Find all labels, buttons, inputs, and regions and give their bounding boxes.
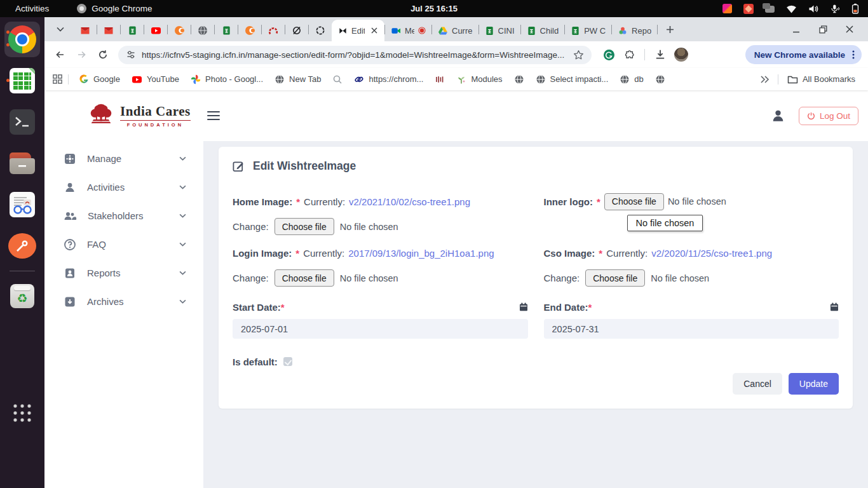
update-chrome-chip[interactable]: New Chrome available [745, 45, 862, 64]
dock-item-postman[interactable] [4, 228, 40, 264]
pinned-tab-orange-app[interactable] [168, 20, 191, 41]
sidebar-toggle-button[interactable] [207, 111, 220, 121]
dock-item-files[interactable] [4, 146, 40, 181]
pinned-tab-null-symbol[interactable] [285, 20, 308, 41]
dock-item-libreoffice-calc[interactable] [4, 63, 40, 98]
pinned-tab-sheets[interactable] [121, 20, 144, 41]
sidebar-item-manage[interactable]: Manage [44, 144, 203, 173]
currently-label: Currently: [303, 248, 344, 259]
new-tab-button[interactable] [661, 21, 678, 37]
pinned-tab-globe[interactable] [191, 20, 214, 41]
tab-close-button[interactable] [369, 25, 379, 36]
pinned-tab-orange-app[interactable] [238, 20, 261, 41]
bookmark-db[interactable]: db [614, 72, 648, 87]
login-image-choose-file-button[interactable]: Choose file [275, 269, 334, 287]
apps-grid-icon[interactable] [52, 74, 63, 85]
sidebar-item-reports[interactable]: Reports [44, 259, 203, 287]
cancel-button[interactable]: Cancel [733, 373, 782, 395]
close-window-button[interactable] [844, 24, 855, 35]
sidebar-item-archives[interactable]: Archives [44, 287, 203, 316]
chrome-mono-icon [77, 4, 86, 13]
clock[interactable]: Jul 25 16:15 [410, 4, 458, 13]
tab-search-button[interactable] [52, 21, 69, 37]
restore-button[interactable] [817, 24, 829, 35]
activities-button[interactable]: Activities [15, 4, 49, 13]
bookmark-google-photos[interactable]: Photo - Googl... [186, 72, 268, 87]
tab-drive[interactable]: Curre [432, 20, 478, 41]
show-applications-button[interactable] [13, 403, 32, 423]
minimize-button[interactable] [790, 24, 802, 35]
logout-button[interactable]: Log Out [799, 107, 858, 125]
bookmark-new-tab[interactable]: New Tab [269, 72, 326, 87]
pinned-tab-red-arc[interactable] [262, 20, 285, 41]
update-chip-label: New Chrome available [754, 50, 845, 60]
bookmark-label: db [634, 74, 643, 84]
url-text[interactable]: https://icfnv5-staging.icfn.in/manage-se… [142, 50, 567, 60]
bookmark-youtube[interactable]: YouTube [126, 72, 184, 87]
all-bookmarks-button[interactable]: All Bookmarks [782, 72, 860, 86]
bookmark-modules[interactable]: Modules [451, 72, 507, 87]
calendar-icon[interactable] [830, 302, 839, 311]
profile-avatar[interactable] [674, 48, 688, 62]
sidebar-item-stakeholders[interactable]: Stakeholders [44, 201, 203, 230]
home-image-file-link[interactable]: v2/2021/10/02/cso-tree1.png [349, 196, 470, 207]
inner-logo-choose-file-button[interactable]: Choose file [604, 193, 664, 210]
pinned-tab-gmail[interactable] [74, 20, 97, 41]
active-tab[interactable]: Edit [332, 20, 384, 41]
sidebar-item-activities[interactable]: Activities [44, 173, 203, 201]
pinned-tab-gmail[interactable] [97, 20, 120, 41]
pinned-tab-youtube[interactable] [144, 20, 167, 41]
pinned-tab-chatgpt[interactable] [309, 20, 332, 41]
chevron-down-icon [179, 271, 186, 275]
bookmark-bajaj[interactable] [430, 72, 450, 87]
tab-repo[interactable]: Repo [612, 20, 657, 41]
home-image-choose-file-button[interactable]: Choose file [275, 218, 334, 235]
end-date-input[interactable] [544, 319, 839, 339]
dock-item-trash[interactable]: ♻ [4, 278, 40, 314]
bookmark-star-icon[interactable] [573, 50, 584, 60]
tab-sheet-child[interactable]: Child [521, 20, 565, 41]
bookmark-globe[interactable] [509, 72, 529, 87]
dock-item-document-viewer[interactable] [4, 187, 40, 222]
tab-sheet-cini[interactable]: CINI [479, 20, 520, 41]
folder-icon [787, 74, 798, 84]
dock-item-terminal[interactable] [4, 104, 40, 140]
bookmark-globe[interactable] [650, 72, 670, 87]
start-date-input[interactable] [233, 319, 528, 339]
tab-meet[interactable]: Meet [385, 20, 431, 41]
cso-image-file-link[interactable]: v2/2020/11/25/cso-tree1.png [651, 248, 772, 259]
grammarly-icon[interactable] [603, 49, 615, 61]
system-tray[interactable] [722, 3, 868, 14]
bookmark-google[interactable]: Google [74, 72, 125, 87]
edit-pencil-icon [233, 160, 245, 172]
bookmarks-overflow-icon[interactable] [755, 75, 774, 84]
update-button[interactable]: Update [789, 373, 839, 395]
back-button[interactable] [51, 46, 69, 64]
brand-name: India Cares [120, 104, 191, 119]
tab-title: Repo [632, 26, 651, 36]
omnibox[interactable]: https://icfnv5-staging.icfn.in/manage-se… [118, 46, 592, 64]
is-default-checkbox[interactable] [283, 357, 292, 366]
reload-button[interactable] [94, 46, 112, 64]
cso-image-choose-file-button[interactable]: Choose file [585, 269, 645, 287]
dock-item-google-chrome[interactable] [4, 22, 40, 57]
login-image-file-link[interactable]: 2017/09/13/login_bg_2iH1oa1.png [348, 248, 494, 259]
plant-icon [456, 74, 466, 85]
focused-app-indicator[interactable]: Google Chrome [77, 4, 152, 13]
site-settings-icon[interactable] [126, 50, 136, 60]
bookmark-chrome-link[interactable]: https://chrom... [349, 72, 428, 87]
main-content: Edit WishtreeImage Home Image:* Currentl… [203, 141, 868, 488]
tab-sheet-pw[interactable]: PW C [565, 20, 611, 41]
extensions-puzzle-icon[interactable] [623, 49, 635, 60]
bookmark-search[interactable] [327, 72, 348, 87]
brand-logo[interactable]: India Cares FOUNDATION [88, 102, 191, 129]
bookmark-select-impact[interactable]: Select impacti... [531, 72, 614, 87]
pinned-tab-sheets[interactable] [215, 20, 238, 41]
user-icon[interactable] [770, 108, 786, 124]
download-icon[interactable] [654, 49, 666, 60]
menu-kebab-icon[interactable] [849, 50, 858, 60]
google-sheets-icon [571, 26, 580, 36]
forward-button[interactable] [72, 46, 90, 64]
calendar-icon[interactable] [519, 302, 528, 311]
sidebar-item-faq[interactable]: FAQ [44, 230, 203, 259]
